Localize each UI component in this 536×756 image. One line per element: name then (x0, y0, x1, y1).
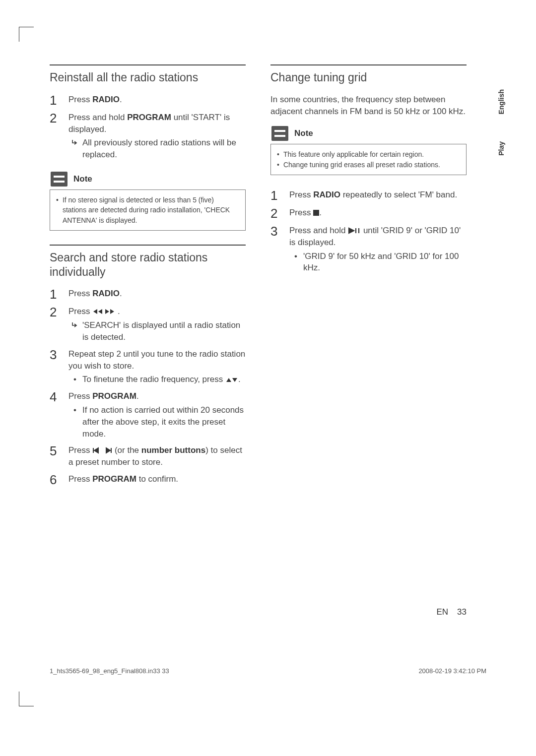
text: If no action is carried out within 20 se… (82, 404, 246, 440)
text: Repeat step 2 until you tune to the radi… (68, 349, 245, 371)
tab-play: Play (497, 141, 505, 156)
footer-time: 2008-02-19 3:42:10 PM (418, 667, 486, 675)
text: Press (68, 391, 92, 401)
text: Press (68, 445, 92, 455)
note-icon (51, 172, 67, 187)
play-pause-icon (348, 227, 361, 234)
left-column: Reinstall all the radio stations 1 Press… (50, 64, 246, 497)
step-3: 3 Repeat step 2 until you tune to the ra… (50, 348, 246, 385)
step-body: Press and hold until 'GRID 9' or 'GRID 1… (289, 225, 467, 274)
step-4: 4 Press PROGRAM. • If no action is carri… (50, 390, 246, 440)
note-reinstall: Note If no stereo signal is detected or … (50, 172, 246, 231)
sub-result: All previously stored radio stations wil… (68, 137, 246, 161)
step-body: Press and hold PROGRAM until 'START' is … (68, 112, 246, 161)
note-grid: Note This feature only applicable for ce… (270, 126, 467, 175)
step-number: 3 (270, 225, 282, 274)
steps-grid: 1 Press RADIO repeatedly to select 'FM' … (270, 189, 467, 274)
sub-bullet: • To finetune the radio frequency, press… (68, 374, 246, 385)
text: If no stereo signal is detected or less … (63, 195, 239, 225)
steps-search: 1 Press RADIO. 2 Press . 'SEARCH' is dis… (50, 288, 246, 486)
step-2: 2 Press and hold PROGRAM until 'START' i… (50, 112, 246, 161)
page-content: Reinstall all the radio stations 1 Press… (50, 64, 467, 497)
bullet-icon: • (71, 404, 78, 440)
step-number: 5 (50, 444, 62, 468)
bullet-icon: • (71, 374, 78, 385)
step-1: 1 Press RADIO. (50, 288, 246, 301)
note-header: Note (271, 126, 467, 141)
text-bold: RADIO (313, 190, 340, 199)
text-bold: PROGRAM (92, 474, 136, 484)
result-arrow-icon (71, 321, 78, 328)
step-2: 2 Press . 'SEARCH' is displayed until a … (50, 306, 246, 343)
note-item: If no stereo signal is detected or less … (56, 195, 239, 225)
text-bold: RADIO (92, 289, 120, 298)
text: Press (68, 95, 92, 104)
text: repeatedly to select 'FM' band. (340, 190, 457, 199)
step-1: 1 Press RADIO repeatedly to select 'FM' … (270, 189, 467, 202)
step-body: Press RADIO repeatedly to select 'FM' ba… (289, 189, 467, 202)
rewind-forward-icon (92, 308, 115, 315)
step-number: 6 (50, 473, 62, 486)
note-icon (271, 126, 288, 141)
crop-mark-bl (19, 692, 34, 706)
lang-code: EN (436, 607, 448, 617)
text: To finetune the radio frequency, press (82, 375, 225, 384)
note-label: Note (294, 128, 313, 138)
note-item: Change tuning grid erases all preset rad… (277, 160, 460, 170)
text-bold: PROGRAM (127, 113, 171, 122)
step-body: Press PROGRAM. • If no action is carried… (68, 390, 246, 440)
text: Change tuning grid erases all preset rad… (283, 160, 440, 170)
text: Press (68, 307, 92, 316)
right-column: Change tuning grid In some countries, th… (270, 64, 467, 497)
text: 'GRID 9' for 50 kHz and 'GRID 10' for 10… (303, 251, 467, 274)
step-number: 2 (270, 207, 282, 220)
section-title-grid: Change tuning grid (270, 64, 467, 85)
step-body: Press (or the number buttons) to select … (68, 444, 246, 468)
result-arrow-icon (71, 139, 78, 146)
text: . (120, 289, 122, 298)
step-body: Press . (289, 207, 467, 220)
note-header: Note (51, 172, 246, 187)
tab-english: English (497, 89, 505, 115)
step-body: Repeat step 2 until you tune to the radi… (68, 348, 246, 385)
text-bold: RADIO (92, 95, 120, 104)
stop-icon (313, 210, 319, 216)
step-3: 3 Press and hold until 'GRID 9' or 'GRID… (270, 225, 467, 274)
text: to confirm. (136, 474, 178, 484)
text: . (118, 307, 120, 316)
step-6: 6 Press PROGRAM to confirm. (50, 473, 246, 486)
text: . (136, 391, 139, 401)
bullet-icon: • (292, 251, 299, 274)
step-2: 2 Press . (270, 207, 467, 220)
text: Press (68, 474, 92, 484)
text-bold: PROGRAM (92, 391, 136, 401)
text: . (319, 208, 322, 217)
step-body: Press RADIO. (68, 288, 246, 301)
crop-mark-tl (19, 27, 34, 42)
sub-bullet: • If no action is carried out within 20 … (68, 404, 246, 440)
note-box: This feature only applicable for certain… (270, 144, 467, 175)
section-title-reinstall: Reinstall all the radio stations (50, 64, 246, 85)
text: . (238, 375, 241, 384)
sub-result: 'SEARCH' is displayed until a radio stat… (68, 319, 246, 343)
text: Press (289, 208, 313, 217)
up-down-icon (225, 377, 238, 383)
step-number: 3 (50, 348, 62, 385)
step-body: Press . 'SEARCH' is displayed until a ra… (68, 306, 246, 343)
step-number: 4 (50, 390, 62, 440)
page-number: EN33 (436, 607, 467, 617)
text: All previously stored radio stations wil… (82, 137, 246, 161)
page-num: 33 (457, 607, 467, 617)
footer-file: 1_hts3565-69_98_eng5_Final808.in33 33 (50, 667, 169, 675)
text-bold: number buttons (141, 445, 205, 455)
steps-reinstall: 1 Press RADIO. 2 Press and hold PROGRAM … (50, 94, 246, 161)
text: Press and hold (289, 226, 348, 235)
step-body: Press PROGRAM to confirm. (68, 473, 246, 486)
note-label: Note (73, 174, 92, 184)
note-box: If no stereo signal is detected or less … (50, 189, 246, 231)
step-number: 1 (50, 94, 62, 107)
step-number: 2 (50, 112, 62, 161)
text: Press and hold (68, 113, 127, 122)
intro-text: In some countries, the frequency step be… (270, 94, 467, 118)
text: . (120, 95, 122, 104)
